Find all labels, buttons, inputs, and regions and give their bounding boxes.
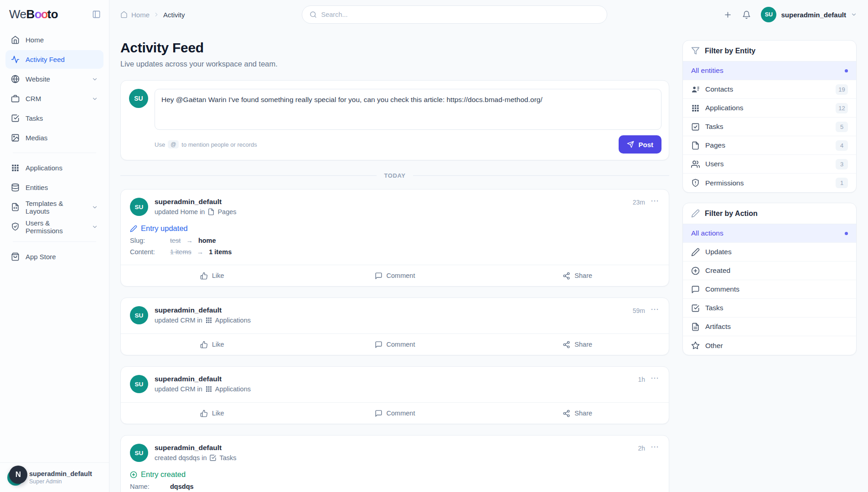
sidebar-item-label: Website [26,75,50,83]
sidebar-item-activity-feed[interactable]: Activity Feed [5,50,103,69]
filter-action-other[interactable]: Other [683,336,856,355]
like-button[interactable]: Like [121,265,304,286]
count-badge: 12 [836,103,848,113]
filter-action-created[interactable]: Created [683,261,856,280]
comment-button[interactable]: Comment [304,265,486,286]
filter-entity-tasks[interactable]: Tasks 5 [683,118,856,136]
message-icon [691,285,700,294]
activity-card: SU superadmin_default created dqsdqs in … [120,435,669,492]
comment-button[interactable]: Comment [304,403,486,424]
count-badge: 4 [836,140,848,151]
more-options-icon[interactable]: ⋯ [651,376,660,381]
sidebar-item-tasks[interactable]: Tasks [5,109,103,128]
filter-entity-permissions[interactable]: Permissions 1 [683,174,856,192]
sidebar-user-name: superadmin_default [29,470,92,477]
share-icon [563,341,570,348]
more-options-icon[interactable]: ⋯ [651,445,660,450]
activity-card-footer: Like Comment Share [121,333,669,355]
comment-button[interactable]: Comment [304,334,486,355]
count-badge: 3 [836,159,848,169]
floating-n-button[interactable]: N [9,466,27,484]
sidebar-item-applications[interactable]: Applications [5,159,103,177]
activity-icon [11,55,20,64]
feed-user-name[interactable]: superadmin_default [155,444,237,452]
filter-entity-users[interactable]: Users 3 [683,155,856,174]
avatar: SU [129,89,148,108]
notifications-button[interactable] [742,10,751,19]
filter-all-actions[interactable]: All actions [683,224,856,243]
sidebar-item-website[interactable]: Website [5,70,103,88]
sidebar-item-label: Tasks [26,114,43,122]
field-row: Name: dqsdqs [130,483,660,490]
activity-card-footer: Like Comment Share [121,265,669,286]
feed-timestamp: 59m [633,307,645,314]
image-icon [11,133,20,142]
sidebar-item-templates-layouts[interactable]: Templates & Layouts [5,198,103,216]
add-button[interactable] [723,10,732,19]
chevron-down-icon [92,96,98,102]
like-button[interactable]: Like [121,334,304,355]
field-value: dqsdqs [170,483,194,490]
more-options-icon[interactable]: ⋯ [651,307,660,312]
share-button[interactable]: Share [486,265,669,286]
more-options-icon[interactable]: ⋯ [651,199,660,204]
feed-user-name[interactable]: superadmin_default [155,198,237,206]
sidebar-item-crm[interactable]: CRM [5,89,103,108]
feed-user-name[interactable]: superadmin_default [155,306,251,314]
grid-icon [205,317,212,324]
filter-action-artifacts[interactable]: Artifacts [683,318,856,336]
filter-by-entity-panel: Filter by Entity All entities Contacts 1… [682,40,857,193]
pencil-icon [691,248,700,256]
mention-hint: Use @ to mention people or records [155,140,257,149]
globe-icon [11,75,20,83]
file-text-icon [691,323,700,331]
sidebar-item-home[interactable]: Home [5,31,103,49]
sidebar-collapse-icon[interactable] [92,10,101,19]
check-square-icon [11,114,20,123]
grid-icon [691,104,700,113]
feed-user-name[interactable]: superadmin_default [155,375,251,383]
global-search [302,5,607,24]
sidebar-item-label: Home [26,36,44,44]
breadcrumb-home[interactable]: Home [131,11,150,19]
feed-entity[interactable]: Pages [217,208,236,215]
activity-card: SU superadmin_default updated CRM in App… [120,366,669,424]
arrow-glyph: → [186,237,193,244]
filter-action-updates[interactable]: Updates [683,243,856,261]
sidebar-nav-primary: Home Activity Feed Website CRM Tasks [0,26,109,267]
filter-all-entities[interactable]: All entities [683,62,856,80]
share-button[interactable]: Share [486,403,669,424]
filter-action-comments[interactable]: Comments [683,280,856,299]
sidebar-item-label: Users & Permissions [26,219,86,235]
sidebar-item-label: Entities [26,184,48,191]
sidebar-item-app-store[interactable]: App Store [5,247,103,266]
filter-entity-pages[interactable]: Pages 4 [683,136,856,155]
avatar: SU [130,306,148,324]
filter-action-tasks[interactable]: Tasks [683,299,856,318]
feed-entity[interactable]: Tasks [219,454,236,461]
share-button[interactable]: Share [486,334,669,355]
thumbs-up-icon [200,341,208,348]
brand-oo: oo [35,7,47,21]
sidebar-item-medias[interactable]: Medias [5,128,103,147]
plus-circle-icon [691,266,700,275]
feed-entity[interactable]: Applications [215,317,251,324]
feed-entity[interactable]: Applications [215,385,251,393]
user-menu[interactable]: SU superadmin_default [761,7,857,22]
brand-logo[interactable]: WeBooto [9,7,58,21]
filter-entity-contacts[interactable]: Contacts 19 [683,80,856,99]
post-button[interactable]: Post [619,135,661,154]
avatar: SU [130,375,148,393]
entry-updated-link[interactable]: Entry updated [130,224,660,233]
send-icon [627,141,634,148]
sidebar-item-users-permissions[interactable]: Users & Permissions [5,217,103,236]
sidebar-item-entities[interactable]: Entities [5,178,103,197]
filter-entity-applications[interactable]: Applications 12 [683,99,856,118]
page-subtitle: Live updates across your workspace and t… [120,60,669,68]
search-input[interactable] [321,11,599,18]
topbar: Home Activity SU superadmin_default [109,0,868,29]
composer-textarea[interactable]: Hey @Gaëtan Warin I've found something r… [155,89,661,130]
entry-created-link[interactable]: Entry created [130,470,660,479]
like-button[interactable]: Like [121,403,304,424]
check-square-icon [209,454,217,461]
